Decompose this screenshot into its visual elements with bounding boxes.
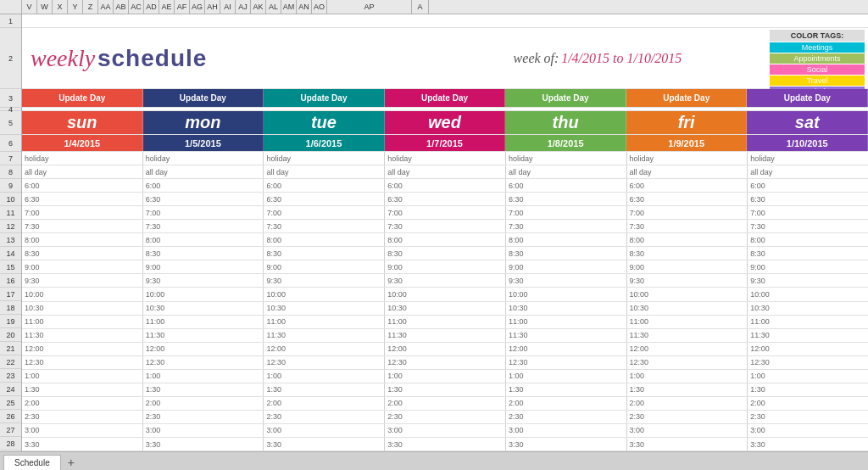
time-cell-wed-15[interactable]: 12:30 [385,356,506,369]
time-cell-thu-0[interactable]: holiday [506,152,627,165]
time-cell-sun-9[interactable]: 9:30 [22,274,143,287]
time-cell-sat-17[interactable]: 1:30 [748,383,868,396]
time-cell-mon-2[interactable]: 6:00 [143,179,264,192]
time-cell-thu-14[interactable]: 12:00 [506,343,627,355]
time-cell-wed-0[interactable]: holiday [385,152,506,165]
schedule-tab[interactable]: Schedule [3,455,61,470]
time-cell-sat-5[interactable]: 7:30 [748,220,868,232]
time-cell-sat-6[interactable]: 8:00 [748,233,868,246]
time-cell-sat-12[interactable]: 11:00 [748,316,868,328]
time-cell-sat-9[interactable]: 9:30 [748,274,868,287]
time-cell-mon-19[interactable]: 2:30 [143,411,264,423]
time-cell-thu-15[interactable]: 12:30 [506,356,627,369]
time-cell-sat-11[interactable]: 10:30 [748,302,868,315]
time-cell-sat-10[interactable]: 10:00 [748,288,868,300]
time-cell-sun-15[interactable]: 12:30 [22,356,143,369]
time-cell-sun-4[interactable]: 7:00 [22,206,143,219]
time-cell-thu-2[interactable]: 6:00 [506,179,627,192]
time-cell-fri-17[interactable]: 1:30 [627,383,748,396]
time-cell-sat-0[interactable]: holiday [748,152,868,165]
time-cell-tue-1[interactable]: all day [264,165,385,178]
time-cell-thu-4[interactable]: 7:00 [506,206,627,219]
add-tab-button[interactable]: + [61,455,81,470]
time-cell-wed-16[interactable]: 1:00 [385,370,506,383]
time-cell-tue-5[interactable]: 7:30 [264,220,385,232]
time-cell-sun-3[interactable]: 6:30 [22,193,143,205]
time-cell-thu-8[interactable]: 9:00 [506,260,627,273]
time-cell-sun-16[interactable]: 1:00 [22,370,143,383]
update-day-sat[interactable]: Update Day [747,89,868,107]
time-cell-fri-16[interactable]: 1:00 [627,370,748,383]
time-cell-sun-6[interactable]: 8:00 [22,233,143,246]
time-cell-tue-11[interactable]: 10:30 [264,302,385,315]
time-cell-thu-17[interactable]: 1:30 [506,383,627,396]
time-cell-sun-19[interactable]: 2:30 [22,411,143,423]
time-cell-sat-14[interactable]: 12:00 [748,343,868,355]
time-cell-mon-1[interactable]: all day [143,165,264,178]
time-cell-tue-19[interactable]: 2:30 [264,411,385,423]
time-cell-mon-11[interactable]: 10:30 [143,302,264,315]
time-cell-sun-20[interactable]: 3:00 [22,424,143,437]
time-cell-wed-17[interactable]: 1:30 [385,383,506,396]
time-cell-mon-12[interactable]: 11:00 [143,316,264,328]
time-cell-thu-12[interactable]: 11:00 [506,316,627,328]
time-cell-sun-7[interactable]: 8:30 [22,247,143,260]
time-cell-tue-13[interactable]: 11:30 [264,329,385,342]
time-cell-fri-1[interactable]: all day [627,165,748,178]
time-cell-sat-19[interactable]: 2:30 [748,411,868,423]
time-cell-fri-18[interactable]: 2:00 [627,397,748,410]
time-cell-thu-1[interactable]: all day [506,165,627,178]
time-cell-sun-8[interactable]: 9:00 [22,260,143,273]
time-cell-thu-3[interactable]: 6:30 [506,193,627,205]
time-cell-thu-7[interactable]: 8:30 [506,247,627,260]
time-cell-mon-0[interactable]: holiday [143,152,264,165]
update-day-tue[interactable]: Update Day [264,89,385,107]
time-cell-fri-4[interactable]: 7:00 [627,206,748,219]
time-cell-mon-3[interactable]: 6:30 [143,193,264,205]
time-cell-fri-12[interactable]: 11:00 [627,316,748,328]
time-cell-sat-18[interactable]: 2:00 [748,397,868,410]
time-cell-sun-13[interactable]: 11:30 [22,329,143,342]
time-cell-fri-21[interactable]: 3:30 [627,438,748,450]
time-cell-wed-13[interactable]: 11:30 [385,329,506,342]
time-cell-tue-10[interactable]: 10:00 [264,288,385,300]
update-day-thu[interactable]: Update Day [505,89,626,107]
time-cell-sat-13[interactable]: 11:30 [748,329,868,342]
time-cell-sun-10[interactable]: 10:00 [22,288,143,300]
time-cell-wed-10[interactable]: 10:00 [385,288,506,300]
time-cell-sat-7[interactable]: 8:30 [748,247,868,260]
time-cell-wed-2[interactable]: 6:00 [385,179,506,192]
time-cell-fri-14[interactable]: 12:00 [627,343,748,355]
time-cell-sun-1[interactable]: all day [22,165,143,178]
time-cell-mon-16[interactable]: 1:00 [143,370,264,383]
time-cell-fri-19[interactable]: 2:30 [627,411,748,423]
time-cell-fri-7[interactable]: 8:30 [627,247,748,260]
time-cell-wed-7[interactable]: 8:30 [385,247,506,260]
time-cell-fri-9[interactable]: 9:30 [627,274,748,287]
time-cell-wed-6[interactable]: 8:00 [385,233,506,246]
time-cell-tue-6[interactable]: 8:00 [264,233,385,246]
time-cell-mon-7[interactable]: 8:30 [143,247,264,260]
time-cell-sun-14[interactable]: 12:00 [22,343,143,355]
time-cell-sun-17[interactable]: 1:30 [22,383,143,396]
time-cell-sun-12[interactable]: 11:00 [22,316,143,328]
time-cell-wed-12[interactable]: 11:00 [385,316,506,328]
time-cell-sun-5[interactable]: 7:30 [22,220,143,232]
time-cell-mon-20[interactable]: 3:00 [143,424,264,437]
time-cell-wed-11[interactable]: 10:30 [385,302,506,315]
time-cell-sun-11[interactable]: 10:30 [22,302,143,315]
time-cell-mon-9[interactable]: 9:30 [143,274,264,287]
time-cell-fri-0[interactable]: holiday [627,152,748,165]
time-cell-thu-6[interactable]: 8:00 [506,233,627,246]
time-cell-thu-9[interactable]: 9:30 [506,274,627,287]
time-cell-wed-5[interactable]: 7:30 [385,220,506,232]
time-cell-sat-15[interactable]: 12:30 [748,356,868,369]
time-cell-sat-1[interactable]: all day [748,165,868,178]
time-cell-fri-10[interactable]: 10:00 [627,288,748,300]
time-cell-tue-7[interactable]: 8:30 [264,247,385,260]
time-cell-tue-8[interactable]: 9:00 [264,260,385,273]
time-cell-tue-14[interactable]: 12:00 [264,343,385,355]
time-cell-mon-6[interactable]: 8:00 [143,233,264,246]
time-cell-tue-21[interactable]: 3:30 [264,438,385,450]
time-cell-thu-18[interactable]: 2:00 [506,397,627,410]
